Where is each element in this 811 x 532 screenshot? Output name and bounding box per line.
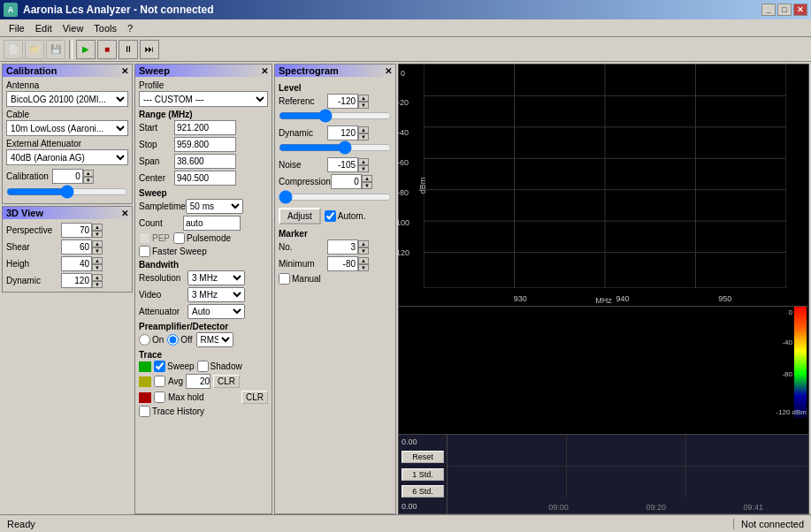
profile-select[interactable]: --- CUSTOM ---	[139, 91, 268, 107]
adjust-button[interactable]: Adjust	[279, 208, 321, 224]
sweep-close[interactable]: ✕	[261, 66, 268, 76]
stop-input[interactable]	[174, 137, 236, 152]
color-label-40: -40	[782, 338, 792, 346]
minimum-up[interactable]: ▲	[358, 257, 369, 264]
attenuator-select[interactable]: Auto	[187, 304, 245, 319]
calibration-close[interactable]: ✕	[121, 66, 128, 76]
ext-att-select[interactable]: 40dB (Aaronia AG)	[6, 149, 128, 165]
perspective-input[interactable]	[61, 223, 92, 238]
noise-down[interactable]: ▼	[358, 165, 369, 172]
preamp-on-radio[interactable]	[139, 334, 150, 346]
shear-down[interactable]: ▼	[92, 247, 103, 255]
trace-history-checkbox[interactable]	[139, 406, 150, 417]
span-input[interactable]	[174, 154, 236, 169]
height-down[interactable]: ▼	[92, 264, 103, 271]
minimum-input[interactable]	[327, 256, 358, 271]
cal-slider[interactable]	[6, 186, 128, 198]
toolbar-new[interactable]: 📄	[4, 40, 23, 59]
minimum-label: Minimum	[279, 259, 327, 269]
reference-down[interactable]: ▼	[358, 102, 369, 109]
sweep-trace-checkbox[interactable]	[154, 361, 165, 372]
toolbar-play[interactable]: ▶	[76, 40, 96, 59]
compression-label: Compression	[279, 177, 331, 186]
pep-checkbox[interactable]	[139, 232, 150, 244]
view3d-dynamic-up[interactable]: ▲	[92, 274, 103, 281]
noise-input[interactable]	[327, 157, 358, 172]
manual-checkbox[interactable]	[279, 273, 290, 285]
dynamic-input[interactable]	[327, 125, 358, 141]
preamp-section: Preamplifier/Detector	[139, 322, 268, 331]
toolbar-pause[interactable]: ⏸	[119, 40, 138, 59]
height-input[interactable]	[61, 256, 92, 271]
toolbar-open[interactable]: 📁	[25, 40, 44, 59]
reference-slider[interactable]	[279, 110, 392, 121]
spectrogram-close[interactable]: ✕	[385, 66, 392, 76]
6std-button[interactable]: 6 Std.	[402, 485, 444, 498]
antenna-select[interactable]: BicoLOG 20100 (20MI...	[6, 91, 128, 107]
y-label-20: -20	[397, 98, 409, 107]
cal-input[interactable]	[52, 169, 83, 184]
perspective-down[interactable]: ▼	[92, 231, 103, 238]
start-input[interactable]	[174, 120, 236, 135]
menu-view[interactable]: View	[57, 21, 89, 35]
close-button[interactable]: ✕	[793, 4, 807, 16]
noise-up[interactable]: ▲	[358, 158, 369, 165]
compression-slider[interactable]	[279, 192, 392, 202]
reset-button[interactable]: Reset	[402, 451, 444, 463]
detector-select[interactable]: RMS	[196, 332, 233, 347]
dynamic-up[interactable]: ▲	[358, 126, 369, 133]
marker-no-input[interactable]	[327, 239, 358, 255]
maxhold-checkbox[interactable]	[154, 391, 165, 403]
y-label-0: 0	[401, 69, 405, 78]
menu-edit[interactable]: Edit	[30, 21, 57, 35]
view3d-close[interactable]: ✕	[121, 209, 128, 218]
compression-down[interactable]: ▼	[362, 182, 372, 189]
shadow-checkbox[interactable]	[197, 361, 209, 372]
dynamic-down[interactable]: ▼	[358, 133, 369, 141]
minimize-button[interactable]: _	[761, 4, 776, 16]
menu-tools[interactable]: Tools	[88, 21, 122, 35]
pulsemode-checkbox[interactable]	[173, 232, 185, 244]
menu-help[interactable]: ?	[122, 21, 138, 35]
time-label-900: 09:00	[548, 503, 569, 512]
sampletime-select[interactable]: 50 ms	[186, 199, 243, 214]
toolbar-step[interactable]: ⏭	[140, 40, 159, 59]
cable-select[interactable]: 10m LowLoss (Aaroni...	[6, 120, 128, 136]
reference-up[interactable]: ▲	[358, 95, 369, 102]
toolbar-stop[interactable]: ■	[97, 40, 117, 59]
avg-input[interactable]	[186, 374, 210, 389]
perspective-up[interactable]: ▲	[92, 224, 103, 231]
compression-input[interactable]	[331, 174, 362, 189]
count-input[interactable]	[183, 216, 241, 231]
shear-up[interactable]: ▲	[92, 240, 103, 247]
resolution-select[interactable]: 3 MHz	[187, 270, 245, 285]
count-label: Count	[139, 218, 183, 228]
marker-no-down[interactable]: ▼	[358, 247, 369, 255]
autom-checkbox[interactable]	[325, 210, 336, 222]
cal-spin-down[interactable]: ▼	[83, 177, 94, 184]
maxhold-clr-button[interactable]: CLR	[241, 391, 268, 404]
view3d-dynamic-input[interactable]	[61, 273, 92, 288]
reference-input[interactable]	[327, 94, 358, 109]
dynamic-slider[interactable]	[279, 142, 392, 153]
color-label-120: -120 dBm	[776, 408, 807, 416]
center-input[interactable]	[174, 171, 236, 186]
app-icon: A	[4, 3, 18, 17]
avg-clr-button[interactable]: CLR	[213, 375, 240, 388]
maximize-button[interactable]: □	[777, 4, 792, 16]
calibration-header: Calibration ✕	[3, 65, 132, 77]
video-select[interactable]: 3 MHz	[187, 287, 245, 302]
shear-input[interactable]	[61, 239, 92, 255]
avg-checkbox[interactable]	[154, 376, 165, 387]
1std-button[interactable]: 1 Std.	[402, 468, 444, 481]
cal-spin-up[interactable]: ▲	[83, 170, 94, 177]
minimum-down[interactable]: ▼	[358, 264, 369, 271]
view3d-dynamic-down[interactable]: ▼	[92, 281, 103, 288]
preamp-off-radio[interactable]	[167, 334, 179, 346]
height-up[interactable]: ▲	[92, 257, 103, 264]
compression-up[interactable]: ▲	[362, 175, 372, 182]
fastersweep-checkbox[interactable]	[139, 246, 150, 257]
menu-file[interactable]: File	[4, 21, 30, 35]
marker-no-up[interactable]: ▲	[358, 240, 369, 247]
toolbar-save[interactable]: 💾	[46, 40, 65, 59]
